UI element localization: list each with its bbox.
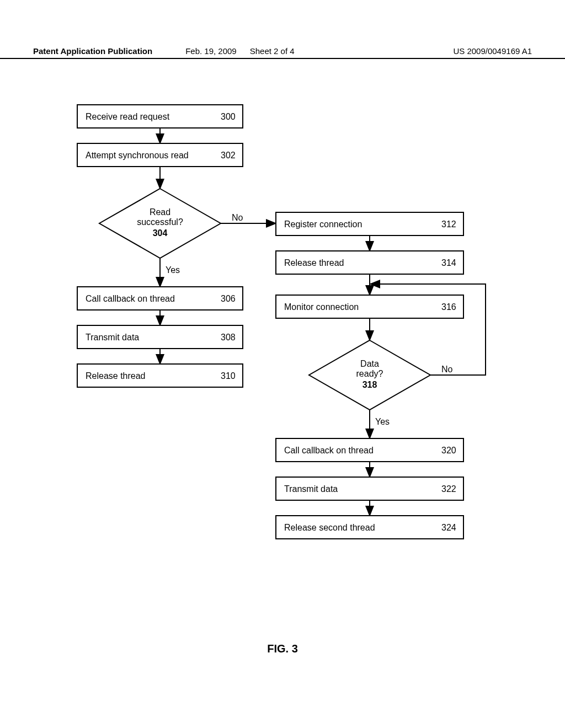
node-322-text: Transmit data: [284, 484, 338, 494]
header-sheet: Sheet 2 of 4: [250, 46, 295, 56]
node-324-text: Release second thread: [284, 523, 375, 532]
edge-304-yes: Yes: [166, 265, 180, 275]
node-316-text: Monitor connection: [284, 302, 359, 312]
node-308-text: Transmit data: [86, 333, 139, 342]
node-310-num: 310: [221, 371, 236, 381]
node-302-text: Attempt synchronous read: [86, 151, 189, 160]
node-310-text: Release thread: [86, 371, 146, 381]
node-304-line2: successful?: [137, 217, 183, 227]
page-header: Patent Application Publication Feb. 19, …: [0, 46, 565, 59]
node-304-line1: Read: [150, 207, 170, 217]
header-pubno: US 2009/0049169 A1: [453, 46, 532, 56]
node-316-num: 316: [441, 302, 456, 312]
edge-304-no: No: [232, 213, 243, 222]
node-312-num: 312: [441, 220, 456, 229]
node-320-text: Call callback on thread: [284, 446, 374, 455]
figure-label: FIG. 3: [0, 643, 565, 655]
node-314-text: Release thread: [284, 258, 344, 267]
node-300-text: Receive read request: [86, 112, 170, 121]
node-320-num: 320: [441, 446, 456, 455]
node-318-num: 318: [363, 380, 377, 389]
node-306-num: 306: [221, 294, 236, 303]
flowchart: Receive read request 300 Attempt synchro…: [55, 99, 508, 640]
node-312-text: Register connection: [284, 220, 362, 229]
node-308-num: 308: [221, 333, 236, 342]
node-318-line2: ready?: [356, 369, 383, 378]
node-306-text: Call callback on thread: [86, 294, 175, 303]
header-publication: Patent Application Publication: [33, 46, 152, 56]
node-318-line1: Data: [360, 359, 379, 368]
node-324-num: 324: [441, 523, 456, 532]
node-314-num: 314: [441, 258, 456, 267]
header-date: Feb. 19, 2009: [185, 46, 237, 56]
edge-318-yes: Yes: [375, 417, 390, 426]
node-300-num: 300: [221, 112, 236, 121]
node-322-num: 322: [441, 484, 456, 494]
node-302-num: 302: [221, 151, 236, 160]
node-304-num: 304: [153, 228, 168, 238]
edge-318-no: No: [441, 365, 453, 374]
